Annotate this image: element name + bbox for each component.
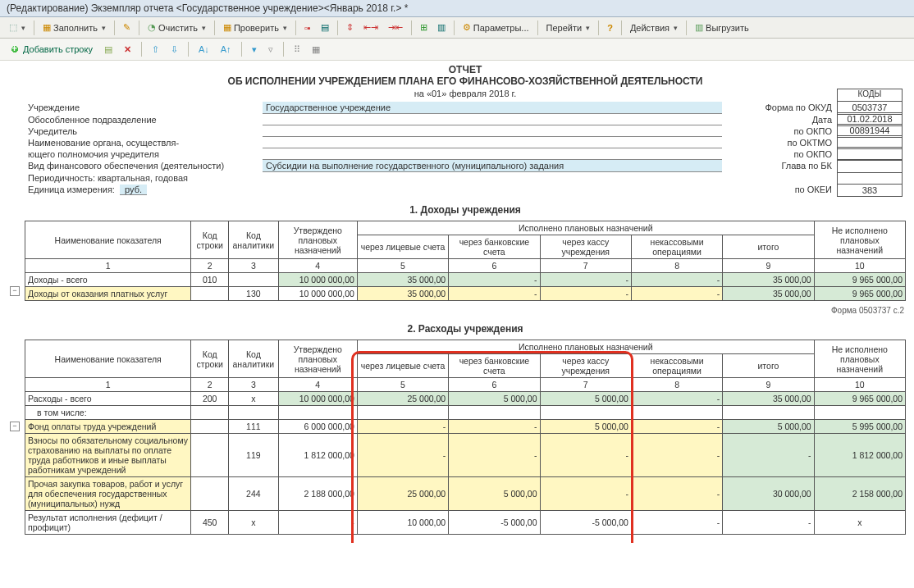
copy-row-icon[interactable]: ▤: [100, 42, 117, 57]
misc-icon-2[interactable]: ▦: [308, 42, 324, 57]
lbl-founder: Учредитель: [25, 125, 263, 137]
help-icon[interactable]: ?: [603, 21, 617, 35]
lbl-auth2: ющего полномочия учредителя: [25, 148, 263, 160]
lbl-auth1: Наименование органа, осуществля-: [25, 137, 263, 148]
form-note: Форма 0503737 с.2: [25, 306, 904, 315]
outline-toggle-2[interactable]: −: [10, 422, 20, 431]
code-okei: 383: [837, 184, 903, 197]
section1-title: 1. Доходы учреждения: [25, 204, 906, 216]
params-button[interactable]: ⚙Параметры...: [459, 20, 533, 35]
tb-ico-7[interactable]: ▥: [433, 20, 450, 35]
val-unit[interactable]: руб.: [120, 185, 147, 195]
val-auth1[interactable]: [263, 137, 722, 148]
val-org[interactable]: Государственное учреждение: [263, 102, 722, 114]
nav-btn[interactable]: ⬚▾: [5, 20, 30, 35]
tb-ico-4[interactable]: ⇤⇥: [359, 20, 382, 35]
table-row[interactable]: Взносы по обязательному социальному стра…: [25, 434, 906, 477]
table-row[interactable]: Доходы - всего01010 000 000,0035 000,00-…: [25, 273, 906, 287]
expense-table: Наименование показателя Код строки Код а…: [25, 340, 906, 535]
lbl-sep: Обособленное подразделение: [25, 114, 263, 125]
edit-icon[interactable]: ✎: [119, 20, 135, 35]
report-date: на «01» февраля 2018 г.: [25, 89, 906, 98]
report-title: ОТЧЕТ: [25, 64, 906, 75]
delete-row-icon[interactable]: ✕: [120, 42, 135, 57]
outline-toggle-1[interactable]: −: [10, 286, 20, 296]
code-bk: [837, 159, 903, 185]
window-title: (Редактирование) Экземпляр отчета <Госуд…: [0, 0, 914, 17]
table-row[interactable]: в том числе:: [25, 406, 906, 420]
table-row[interactable]: Фонд оплаты труда учреждений1116 000 000…: [25, 420, 906, 434]
main-toolbar: ⬚▾ ▦Заполнить▾ ✎ ◔Очистить▾ ▦Проверить▾ …: [0, 17, 914, 39]
lbl-oktmo: по ОКТМО: [722, 137, 837, 148]
lbl-org: Учреждение: [25, 102, 263, 114]
lbl-okei: по ОКЕИ: [722, 184, 837, 196]
val-auth2[interactable]: [263, 148, 722, 160]
plus-icon: [9, 43, 21, 55]
lbl-period: Периодичность: квартальная, годовая: [25, 172, 263, 184]
val-fin[interactable]: Субсидии на выполнение государственного …: [263, 160, 722, 172]
unload-button[interactable]: ▥Выгрузить: [691, 20, 753, 35]
val-sep[interactable]: [263, 114, 722, 125]
misc-icon-1[interactable]: ⠿: [290, 42, 304, 57]
report-subtitle: ОБ ИСПОЛНЕНИИ УЧРЕЖДЕНИЕМ ПЛАНА ЕГО ФИНА…: [25, 75, 906, 87]
sort-desc-icon[interactable]: A↑: [217, 42, 235, 57]
tb-ico-3[interactable]: ⇕: [342, 20, 358, 35]
filter-off-icon[interactable]: ▿: [264, 42, 277, 57]
lbl-unit: Единица измерения: руб.: [25, 184, 263, 196]
lbl-okud: Форма по ОКУД: [722, 102, 837, 114]
row-up-icon[interactable]: ⇧: [148, 42, 163, 57]
table-row[interactable]: Расходы - всего200х10 000 000,0025 000,0…: [25, 392, 906, 406]
sub-toolbar: Добавить строку ▤ ✕ ⇧ ⇩ A↓ A↑ ▾ ▿ ⠿ ▦: [0, 39, 914, 61]
table-row[interactable]: Прочая закупка товаров, работ и услуг дл…: [25, 477, 906, 511]
section2-title: 2. Расходы учреждения: [25, 323, 906, 335]
lbl-fin: Вид финансового обеспечения (деятельност…: [25, 160, 263, 172]
lbl-date: Дата: [722, 114, 837, 125]
tb-ico-5[interactable]: ⇥⇤: [384, 20, 407, 35]
tb-ico-2[interactable]: ▤: [317, 20, 333, 35]
actions-button[interactable]: Действия▾: [626, 21, 682, 35]
val-founder[interactable]: [263, 125, 722, 137]
add-row-button[interactable]: Добавить строку: [5, 41, 97, 57]
outline-gutter: − −: [3, 61, 20, 543]
clear-button[interactable]: ◔Очистить▾: [144, 20, 210, 35]
check-button[interactable]: ▦Проверить▾: [219, 20, 291, 35]
lbl-okpo: по ОКПО: [722, 125, 837, 137]
sort-asc-icon[interactable]: A↓: [194, 42, 213, 57]
lbl-okpo2: по ОКПО: [722, 148, 837, 160]
row-down-icon[interactable]: ⇩: [167, 42, 182, 57]
goto-button[interactable]: Перейти▾: [542, 21, 595, 35]
filter-icon[interactable]: ▾: [248, 42, 261, 57]
fill-button[interactable]: ▦Заполнить▾: [39, 20, 110, 35]
report-body: − − ОТЧЕТ ОБ ИСПОЛНЕНИИ УЧРЕЖДЕНИЕМ ПЛАН…: [0, 61, 914, 543]
header-grid: Учреждение Государственное учреждение Фо…: [25, 102, 906, 196]
tb-ico-1[interactable]: ▫▪: [300, 21, 315, 35]
income-table: Наименование показателя Код строки Код а…: [25, 221, 906, 301]
tb-ico-6[interactable]: ⊞: [416, 20, 432, 35]
lbl-bk: Глава по БК: [722, 160, 837, 172]
table-row[interactable]: Доходы от оказания платных услуг13010 00…: [25, 287, 906, 301]
table-row[interactable]: Результат исполнения (дефицит / профицит…: [25, 511, 906, 535]
